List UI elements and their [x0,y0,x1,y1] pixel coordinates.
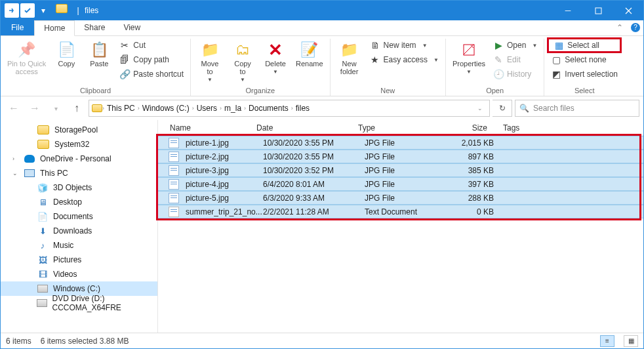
minimize-button[interactable]: ─ [553,1,583,20]
cut-button[interactable]: ✂Cut [117,39,186,52]
tree-item[interactable]: StoragePool [1,123,157,137]
tree-item[interactable]: 📄Documents [1,209,157,224]
file-icon [169,165,179,176]
col-size[interactable]: Size [437,123,499,133]
tree-item[interactable]: 🎞Videos [1,267,157,281]
tab-share[interactable]: Share [75,20,114,35]
edit-button[interactable]: ✎Edit [491,53,540,66]
breadcrumb-item[interactable]: Users [194,104,220,113]
view-details-button[interactable]: ≡ [600,335,614,347]
qat-arrow-icon[interactable] [5,3,19,18]
copy-path-icon: 🗐 [119,54,130,65]
file-icon [169,152,179,162]
select-all-button[interactable]: ▦Select all [548,39,620,52]
file-row[interactable]: picture-3.jpg10/30/2020 3:52 PMJPG File3… [158,163,643,177]
file-row[interactable]: picture-5.jpg6/3/2020 9:33 AMJPG File288… [158,191,643,205]
file-size: 397 KB [443,180,506,189]
view-thumbnails-button[interactable]: ▦ [624,335,638,347]
tab-home[interactable]: Home [34,20,75,36]
expander-icon[interactable]: › [12,155,19,162]
tree-item-icon: 🖥 [37,197,48,207]
file-icon [169,179,179,190]
navigation-tree: StoragePoolSystem32›OneDrive - Personal⌄… [1,120,158,333]
nav-recent-button[interactable]: ▾ [47,100,65,117]
file-type: JPG File [365,152,443,161]
new-item-icon: 🗎 [370,40,380,51]
column-headers: Name Date Type Size Tags [158,120,643,136]
tree-item[interactable]: 🖼Pictures [1,253,157,267]
nav-up-button[interactable]: ↑ [68,100,86,117]
move-to-button[interactable]: 📁Move to▼ [195,39,225,84]
copy-path-button[interactable]: 🗐Copy path [117,53,186,66]
breadcrumb-dropdown-icon[interactable]: ⌄ [473,105,487,112]
file-size: 385 KB [443,166,506,175]
breadcrumb-item[interactable]: m_la [222,104,244,113]
file-type: JPG File [365,180,443,189]
invert-selection-button[interactable]: ◩Invert selection [548,68,620,81]
col-date[interactable]: Date [256,123,358,133]
file-row[interactable]: picture-4.jpg6/4/2020 8:01 AMJPG File397… [158,177,643,191]
breadcrumb-item[interactable]: Windows (C:) [140,104,192,113]
maximize-button[interactable] [583,1,613,20]
svg-rect-0 [595,8,601,14]
tree-item[interactable]: System32 [1,137,157,152]
tab-file[interactable]: File [1,20,34,35]
file-icon [169,138,179,148]
tree-item-icon [37,285,48,293]
paste-button[interactable]: 📋 Paste [84,39,114,69]
delete-button[interactable]: ✕Delete▼ [260,39,291,76]
refresh-button[interactable]: ↻ [493,100,512,117]
nav-forward-button[interactable]: → [26,100,44,117]
new-item-button[interactable]: 🗎New item▼ [367,39,441,52]
tree-item-label: Music [53,241,73,250]
open-button[interactable]: ▶Open▼ [491,39,540,52]
qat-check-icon[interactable] [20,3,35,18]
search-box[interactable]: 🔍 Search files [515,100,639,117]
breadcrumb-item[interactable]: This PC [104,104,138,113]
pin-to-quick-access-button[interactable]: 📌 Pin to Quick access [5,39,49,77]
help-button[interactable]: ? [628,20,643,35]
tree-item[interactable]: ⬇Downloads [1,224,157,238]
easy-access-button[interactable]: ★Easy access▼ [367,53,441,66]
tree-item-icon [37,140,49,149]
breadcrumb-item[interactable]: files [293,104,312,113]
tree-item[interactable]: 🖥Desktop [1,195,157,209]
file-row[interactable]: picture-1.jpg10/30/2020 3:55 PMJPG File2… [158,136,643,150]
tree-item[interactable]: ›OneDrive - Personal [1,152,157,166]
tree-item[interactable]: DVD Drive (D:) CCCOMA_X64FRE [1,296,157,310]
rename-button[interactable]: 📝Rename [293,39,326,69]
tree-item-icon: 🧊 [37,182,48,193]
tree-item-label: Documents [53,212,93,221]
group-organize-label: Organize [246,85,275,96]
properties-button[interactable]: Properties▼ [450,39,488,76]
qat-dropdown-icon[interactable]: ▾ [36,3,50,18]
nav-back-button[interactable]: ← [5,100,23,117]
tree-item-icon [37,299,47,307]
tab-view[interactable]: View [114,20,150,35]
ribbon-collapse-icon[interactable]: ⌃ [612,20,628,35]
col-tags[interactable]: Tags [499,123,643,133]
paste-shortcut-button[interactable]: 🔗Paste shortcut [117,68,186,81]
group-clipboard-label: Clipboard [80,85,111,96]
tree-item[interactable]: ⌄This PC [1,166,157,180]
copy-to-button[interactable]: 🗂Copy to▼ [228,39,258,84]
history-button[interactable]: 🕘History [491,68,540,81]
close-button[interactable] [613,1,643,20]
file-row[interactable]: picture-2.jpg10/30/2020 3:55 PMJPG File8… [158,150,643,163]
ribbon-tabs: File Home Share View ⌃ ? [1,20,643,36]
tree-item-label: Videos [53,270,77,279]
select-none-button[interactable]: ▢Select none [548,53,620,66]
tree-item[interactable]: 🧊3D Objects [1,180,157,195]
folder-icon [56,4,69,17]
breadcrumb-bar[interactable]: › This PC› Windows (C:)› Users› m_la› Do… [89,100,490,117]
col-type[interactable]: Type [358,123,437,133]
tree-item[interactable]: ♪Music [1,238,157,253]
expander-icon[interactable]: ⌄ [12,170,19,176]
col-name[interactable]: Name [158,123,256,133]
tree-item-icon [24,155,35,163]
file-row[interactable]: summer_trip_21_no...2/2/2021 11:28 AMTex… [158,205,643,218]
new-folder-button[interactable]: 📁New folder [334,39,365,77]
select-none-icon: ▢ [551,54,561,65]
breadcrumb-item[interactable]: Documents [246,104,291,113]
copy-button[interactable]: 📄 Copy [51,39,81,69]
